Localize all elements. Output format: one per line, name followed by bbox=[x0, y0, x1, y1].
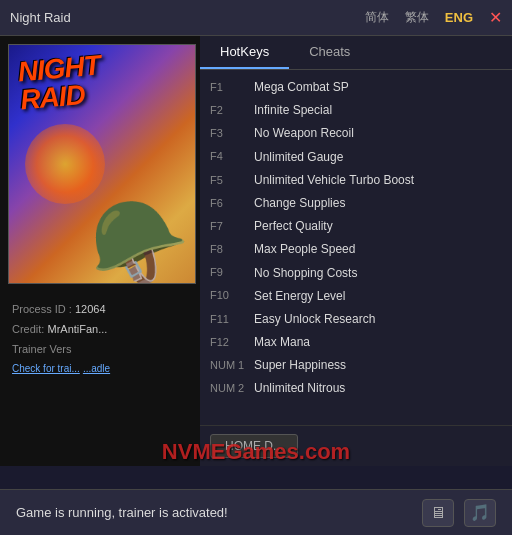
close-button[interactable]: ✕ bbox=[489, 8, 502, 27]
hotkey-label: Unlimited Vehicle Turbo Boost bbox=[254, 171, 414, 190]
hotkey-label: No Shopping Costs bbox=[254, 264, 357, 283]
hotkey-key: NUM 1 bbox=[210, 357, 254, 375]
hotkey-key: F6 bbox=[210, 195, 254, 213]
hotkey-key: F8 bbox=[210, 241, 254, 259]
right-panel: HotKeys Cheats F1Mega Combat SPF2Infinit… bbox=[200, 36, 512, 466]
app-title: Night Raid bbox=[10, 10, 361, 25]
hotkey-item: F8Max People Speed bbox=[210, 238, 502, 261]
game-cover: NIGHTRAID 🪖 bbox=[8, 44, 196, 284]
hotkey-key: F12 bbox=[210, 334, 254, 352]
status-message: Game is running, trainer is activated! bbox=[16, 505, 228, 520]
hotkey-key: F9 bbox=[210, 264, 254, 282]
home-section: HOME D... bbox=[200, 425, 512, 466]
status-icons: 🖥 🎵 bbox=[422, 499, 496, 527]
hotkey-item: F5Unlimited Vehicle Turbo Boost bbox=[210, 169, 502, 192]
lang-simplified[interactable]: 简体 bbox=[361, 7, 393, 28]
cover-soldier: 🪖 bbox=[90, 203, 190, 283]
hotkey-key: F4 bbox=[210, 148, 254, 166]
hotkey-item: F1Mega Combat SP bbox=[210, 76, 502, 99]
hotkey-key: NUM 2 bbox=[210, 380, 254, 398]
hotkey-label: No Weapon Recoil bbox=[254, 124, 354, 143]
left-panel: NIGHTRAID 🪖 Process ID : 12064 Credit: M… bbox=[0, 36, 200, 466]
hotkey-item: NUM 1Super Happiness bbox=[210, 354, 502, 377]
credit-value: MrAntiFan... bbox=[47, 323, 107, 335]
hotkey-item: NUM 2Unlimited Nitrous bbox=[210, 377, 502, 400]
hotkey-item: F2Infinite Special bbox=[210, 99, 502, 122]
language-selector: 简体 繁体 ENG ✕ bbox=[361, 7, 502, 28]
trainer-link-2[interactable]: ...adle bbox=[83, 363, 110, 374]
process-id-label: Process ID : bbox=[12, 303, 72, 315]
hotkey-item: F6Change Supplies bbox=[210, 192, 502, 215]
hotkey-key: F10 bbox=[210, 287, 254, 305]
hotkey-label: Super Happiness bbox=[254, 356, 346, 375]
hotkey-label: Change Supplies bbox=[254, 194, 345, 213]
hotkey-key: F7 bbox=[210, 218, 254, 236]
hotkey-label: Unlimited Nitrous bbox=[254, 379, 345, 398]
hotkey-label: Unlimited Gauge bbox=[254, 148, 343, 167]
tab-cheats[interactable]: Cheats bbox=[289, 36, 370, 69]
monitor-icon[interactable]: 🖥 bbox=[422, 499, 454, 527]
hotkey-label: Mega Combat SP bbox=[254, 78, 349, 97]
credit-row: Credit: MrAntiFan... bbox=[12, 320, 188, 340]
hotkey-key: F3 bbox=[210, 125, 254, 143]
title-bar: Night Raid 简体 繁体 ENG ✕ bbox=[0, 0, 512, 36]
credit-label: Credit: bbox=[12, 323, 44, 335]
trainer-row: Trainer Vers bbox=[12, 340, 188, 360]
process-id-row: Process ID : 12064 bbox=[12, 300, 188, 320]
cover-bg-circle bbox=[25, 124, 105, 204]
hotkey-item: F10Set Energy Level bbox=[210, 285, 502, 308]
hotkey-label: Set Energy Level bbox=[254, 287, 345, 306]
lang-traditional[interactable]: 繁体 bbox=[401, 7, 433, 28]
hotkey-list: F1Mega Combat SPF2Infinite SpecialF3No W… bbox=[200, 70, 512, 425]
hotkey-item: F12Max Mana bbox=[210, 331, 502, 354]
process-id-value: 12064 bbox=[75, 303, 106, 315]
tab-hotkeys[interactable]: HotKeys bbox=[200, 36, 289, 69]
trainer-link-1[interactable]: Check for trai... bbox=[12, 363, 80, 374]
hotkey-key: F1 bbox=[210, 79, 254, 97]
hotkey-label: Infinite Special bbox=[254, 101, 332, 120]
hotkey-label: Perfect Quality bbox=[254, 217, 333, 236]
home-button[interactable]: HOME D... bbox=[210, 434, 298, 458]
hotkey-label: Easy Unlock Research bbox=[254, 310, 375, 329]
hotkey-key: F11 bbox=[210, 311, 254, 329]
info-panel: Process ID : 12064 Credit: MrAntiFan... … bbox=[0, 292, 200, 387]
status-bar: Game is running, trainer is activated! 🖥… bbox=[0, 489, 512, 535]
hotkey-item: F3No Weapon Recoil bbox=[210, 122, 502, 145]
hotkey-item: F4Unlimited Gauge bbox=[210, 146, 502, 169]
lang-english[interactable]: ENG bbox=[441, 8, 477, 27]
trainer-links-row: Check for trai... ...adle bbox=[12, 359, 188, 379]
hotkey-item: F11Easy Unlock Research bbox=[210, 308, 502, 331]
tab-bar: HotKeys Cheats bbox=[200, 36, 512, 70]
hotkey-item: F7Perfect Quality bbox=[210, 215, 502, 238]
hotkey-label: Max Mana bbox=[254, 333, 310, 352]
hotkey-label: Max People Speed bbox=[254, 240, 355, 259]
hotkey-key: F5 bbox=[210, 172, 254, 190]
cover-title: NIGHTRAID bbox=[17, 52, 104, 115]
trainer-label: Trainer Vers bbox=[12, 343, 72, 355]
hotkey-key: F2 bbox=[210, 102, 254, 120]
main-content: NIGHTRAID 🪖 Process ID : 12064 Credit: M… bbox=[0, 36, 512, 466]
music-icon[interactable]: 🎵 bbox=[464, 499, 496, 527]
hotkey-item: F9No Shopping Costs bbox=[210, 262, 502, 285]
